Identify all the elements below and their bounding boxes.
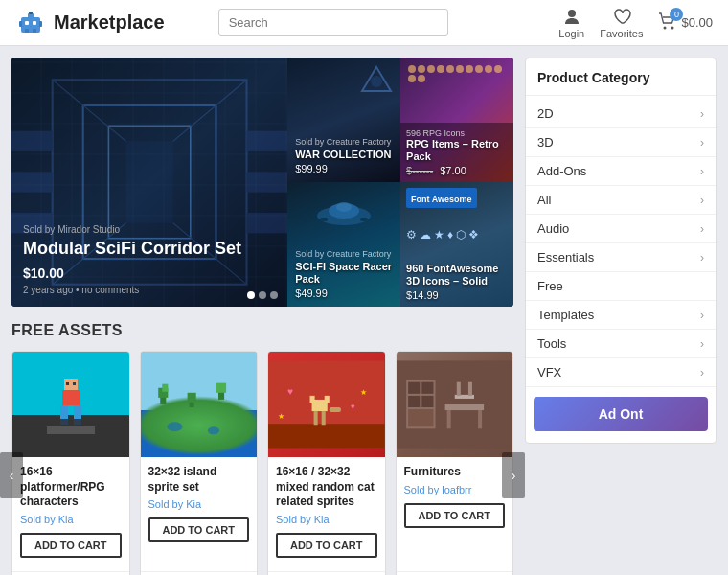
asset-soldby-1: Sold by Kia	[148, 498, 250, 510]
svg-rect-1	[25, 21, 29, 25]
svg-rect-7	[25, 29, 29, 33]
asset-footer-1: ♡ FREE	[141, 571, 258, 575]
sidebar-item-templates[interactable]: Templates ›	[526, 301, 716, 330]
banner-meta: 2 years ago • no comments	[23, 285, 276, 295]
svg-rect-6	[39, 21, 42, 27]
assets-nav-right[interactable]: ›	[502, 452, 525, 498]
asset-name-2: 16×16 / 32×32 mixed random cat related s…	[276, 465, 377, 510]
chevron-icon-templates: ›	[700, 309, 704, 322]
sidebar-item-all[interactable]: All ›	[526, 186, 716, 215]
svg-rect-25	[246, 172, 287, 192]
cell-war-title: WAR COLLECTION	[295, 149, 393, 161]
content-area: Sold by Mirador Studio Modular SciFi Cor…	[11, 58, 513, 575]
banner-side: Sold by Creature Factory WAR COLLECTION …	[287, 58, 513, 307]
login-button[interactable]: Login	[558, 7, 584, 39]
svg-rect-41	[73, 382, 76, 385]
asset-soldby-0: Sold by Kia	[20, 514, 122, 525]
chevron-icon-3d: ›	[700, 136, 704, 150]
assets-row: ‹	[11, 351, 513, 575]
svg-rect-21	[11, 131, 53, 151]
banner-dot-2[interactable]	[259, 291, 266, 299]
cart-icon-wrap: 0	[658, 12, 677, 34]
chevron-icon-2d: ›	[700, 107, 704, 121]
asset-info-2: 16×16 / 32×32 mixed random cat related s…	[268, 457, 385, 571]
svg-rect-32	[320, 218, 328, 221]
cat-sprites: ♥ ♥ ★ ★	[268, 352, 385, 457]
svg-point-9	[568, 10, 576, 17]
svg-rect-76	[467, 382, 471, 396]
svg-text:♥: ♥	[351, 402, 355, 411]
cell-scifi-soldby: Sold by Creature Factory	[295, 249, 393, 259]
svg-rect-24	[246, 131, 287, 151]
svg-rect-37	[74, 405, 81, 419]
sidebar-item-tools[interactable]: Tools ›	[526, 330, 716, 358]
banner-dot-1[interactable]	[247, 291, 255, 299]
cart-amount: $0.00	[681, 15, 713, 30]
svg-rect-47	[187, 393, 195, 402]
ad-banner: Ad Ont	[534, 397, 708, 431]
assets-nav-left[interactable]: ‹	[0, 452, 23, 498]
asset-name-3: Furnitures	[404, 465, 506, 480]
cell-war-soldby: Sold by Creature Factory	[295, 137, 393, 147]
svg-rect-2	[33, 21, 36, 25]
svg-point-10	[664, 27, 667, 30]
cart-button[interactable]: 0 $0.00	[658, 12, 713, 34]
banner-main-price: $10.00	[23, 265, 276, 281]
asset-thumb-3	[397, 352, 513, 457]
svg-rect-71	[444, 404, 484, 410]
sidebar-item-3d[interactable]: 3D ›	[526, 128, 716, 157]
banner-cell-war[interactable]: Sold by Creature Factory WAR COLLECTION …	[287, 58, 400, 182]
cell-rpg-price: $------ $7.00	[406, 165, 508, 176]
sidebar-item-2d[interactable]: 2D ›	[526, 100, 716, 128]
search-container	[218, 9, 448, 36]
add-to-cart-button-2[interactable]: ADD TO CART	[276, 533, 377, 558]
asset-card-2: ♥ ♥ ★ ★ 16×16 / 32×32 mixed random cat r…	[267, 351, 386, 575]
cell-scifi-price: $49.99	[295, 288, 393, 299]
cell-scifi-title: SCI-FI Space Racer Pack	[295, 261, 393, 286]
sidebar-item-free[interactable]: Free	[526, 272, 716, 301]
banner-sold-by: Sold by Mirador Studio	[23, 224, 276, 235]
cell-rpg-title: RPG Items – Retro Pack	[406, 138, 508, 163]
section-title: FREE ASSETS	[11, 322, 513, 339]
chevron-icon-essentials: ›	[700, 251, 704, 264]
svg-rect-66	[408, 382, 420, 394]
island-visual	[141, 352, 258, 457]
search-input[interactable]	[218, 9, 448, 36]
svg-text:★: ★	[360, 388, 367, 397]
logo[interactable]: Marketplace	[15, 8, 165, 38]
cell-rpg-old-price: $------	[406, 165, 433, 176]
svg-point-50	[167, 422, 182, 431]
add-to-cart-button-0[interactable]: ADD TO CART	[20, 533, 122, 558]
svg-rect-69	[421, 396, 433, 407]
banner-cell-rpg[interactable]: 596 RPG Icons RPG Items – Retro Pack $--…	[400, 58, 513, 182]
sidebar: Product Category 2D › 3D › Add-Ons › All…	[525, 58, 717, 444]
banner-cell-font[interactable]: Font Awesome ⚙ ☁ ★ ♦ ⬡ ❖ 960 FontAwesome…	[400, 182, 513, 307]
chevron-icon-audio: ›	[700, 222, 704, 236]
svg-rect-70	[408, 409, 433, 426]
main-container: Sold by Mirador Studio Modular SciFi Cor…	[0, 46, 728, 575]
svg-rect-57	[314, 411, 318, 425]
platformer-sprite	[47, 371, 95, 438]
svg-rect-42	[47, 426, 95, 434]
heart-icon	[612, 7, 631, 26]
banner-main-title: Modular SciFi Corridor Set	[23, 239, 276, 260]
war-visual	[357, 62, 396, 101]
svg-rect-35	[62, 390, 80, 405]
favorites-button[interactable]: Favorites	[600, 7, 643, 39]
svg-rect-73	[478, 410, 482, 428]
sidebar-item-audio[interactable]: Audio ›	[526, 215, 716, 243]
sidebar-item-vfx[interactable]: VFX ›	[526, 358, 716, 387]
asset-footer-3: ♡ FREE	[397, 571, 513, 575]
svg-rect-0	[21, 17, 40, 33]
banner-dot-3[interactable]	[270, 291, 278, 299]
add-to-cart-button-1[interactable]: ADD TO CART	[148, 518, 250, 542]
add-to-cart-button-3[interactable]: ADD TO CART	[404, 503, 506, 528]
banner-cell-scifi[interactable]: Sold by Creature Factory SCI-FI Space Ra…	[287, 182, 400, 307]
header: Marketplace Login Favorites	[0, 0, 728, 46]
asset-thumb-2: ♥ ♥ ★ ★	[268, 352, 385, 457]
sidebar-item-essentials[interactable]: Essentials ›	[526, 243, 716, 272]
banner-nav	[247, 291, 278, 299]
banner-main[interactable]: Sold by Mirador Studio Modular SciFi Cor…	[11, 58, 287, 307]
svg-rect-22	[11, 172, 53, 192]
sidebar-item-addons[interactable]: Add-Ons ›	[526, 157, 716, 186]
